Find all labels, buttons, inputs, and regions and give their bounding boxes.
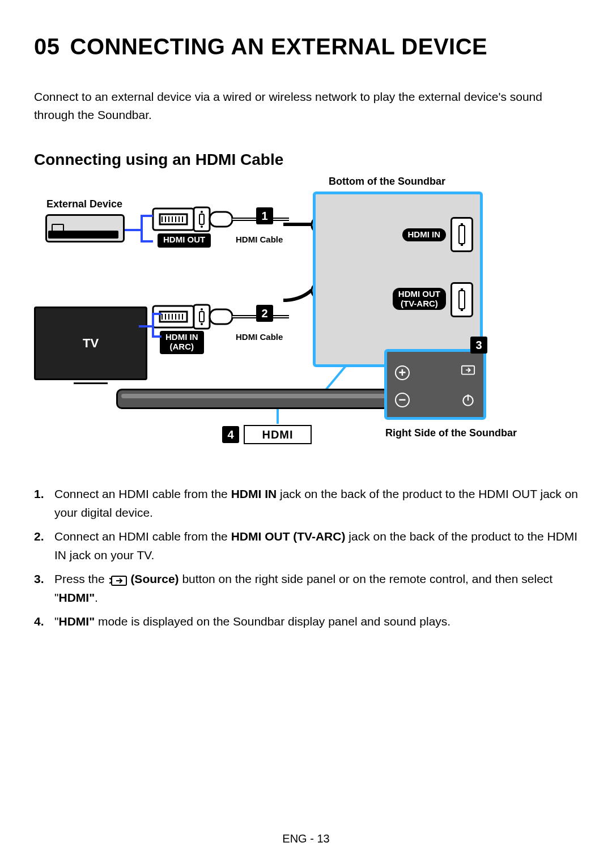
step-4: "HDMI" mode is displayed on the Soundbar… bbox=[34, 612, 578, 631]
hdmi-out-port-icon bbox=[450, 282, 473, 317]
bracket-line-2 bbox=[136, 309, 170, 343]
step-1: Connect an HDMI cable from the HDMI IN j… bbox=[34, 485, 578, 522]
label-bottom-soundbar: Bottom of the Soundbar bbox=[329, 176, 445, 188]
step-1-bold: HDMI IN bbox=[231, 487, 277, 500]
port-label-hdmi-out: HDMI OUT (TV-ARC) bbox=[393, 288, 446, 310]
svg-point-29 bbox=[201, 308, 203, 310]
svg-rect-13 bbox=[210, 212, 232, 227]
svg-point-30 bbox=[201, 323, 203, 325]
svg-rect-12 bbox=[199, 214, 204, 224]
hdmi-display-box: HDMI bbox=[244, 425, 312, 444]
marker-2: 2 bbox=[256, 305, 273, 322]
step-4-text-c: mode is displayed on the Soundbar displa… bbox=[95, 615, 450, 628]
tv-stand-icon bbox=[74, 377, 108, 384]
bracket-line-1 bbox=[119, 213, 164, 247]
source-button-icon bbox=[461, 362, 475, 377]
step-2-text-a: Connect an HDMI cable from the bbox=[54, 530, 231, 543]
step-2-bold: HDMI OUT (TV-ARC) bbox=[231, 530, 346, 543]
svg-point-10 bbox=[201, 211, 203, 213]
connection-diagram: Bottom of the Soundbar External Device T… bbox=[34, 179, 578, 462]
soundbar-bottom-panel: HDMI IN HDMI OUT (TV-ARC) bbox=[313, 192, 483, 367]
step-3-hdmi-bold: HDMI" bbox=[58, 591, 95, 604]
marker-3: 3 bbox=[470, 337, 487, 354]
page-footer: ENG - 13 bbox=[0, 832, 612, 845]
marker-1: 1 bbox=[256, 207, 273, 224]
svg-rect-31 bbox=[199, 312, 204, 322]
svg-point-11 bbox=[201, 225, 203, 228]
hdmi-cable-label-2: HDMI Cable bbox=[236, 332, 283, 342]
marker-4: 4 bbox=[222, 426, 239, 443]
hdmi-cable-label-1: HDMI Cable bbox=[236, 235, 283, 244]
label-external-device: External Device bbox=[46, 198, 122, 210]
svg-rect-32 bbox=[210, 309, 232, 324]
step-1-text-a: Connect an HDMI cable from the bbox=[54, 487, 231, 500]
step-3-text-e: . bbox=[95, 591, 98, 604]
soundbar-side-panel: + − bbox=[384, 349, 486, 420]
step-3: Press the (Source) button on the right s… bbox=[34, 570, 578, 607]
chapter-number: 05 bbox=[34, 34, 60, 59]
hdmi-out-label: HDMI OUT bbox=[158, 233, 211, 248]
instruction-list: Connect an HDMI cable from the HDMI IN j… bbox=[34, 485, 578, 631]
section-title: Connecting using an HDMI Cable bbox=[34, 151, 578, 169]
port-label-hdmi-in: HDMI IN bbox=[402, 228, 447, 241]
step-3-source-bold: (Source) bbox=[128, 572, 179, 585]
tv-icon: TV bbox=[34, 307, 147, 380]
external-device-icon bbox=[45, 214, 125, 242]
chapter-title: 05CONNECTING AN EXTERNAL DEVICE bbox=[34, 34, 578, 59]
label-right-side-soundbar: Right Side of the Soundbar bbox=[385, 427, 517, 439]
step-3-text-a: Press the bbox=[54, 572, 108, 585]
step-2: Connect an HDMI cable from the HDMI OUT … bbox=[34, 527, 578, 564]
source-icon bbox=[108, 573, 128, 585]
step-4-bold: HDMI" bbox=[58, 615, 95, 628]
hdmi-cable-2 bbox=[147, 301, 317, 335]
power-button-icon bbox=[461, 393, 475, 407]
chapter-title-text: CONNECTING AN EXTERNAL DEVICE bbox=[70, 34, 488, 59]
tv-label: TV bbox=[83, 336, 99, 351]
hdmi-in-port-icon bbox=[450, 217, 473, 252]
intro-paragraph: Connect to an external device via a wire… bbox=[34, 88, 578, 124]
volume-up-icon: + bbox=[395, 365, 410, 380]
volume-down-icon: − bbox=[395, 393, 410, 407]
